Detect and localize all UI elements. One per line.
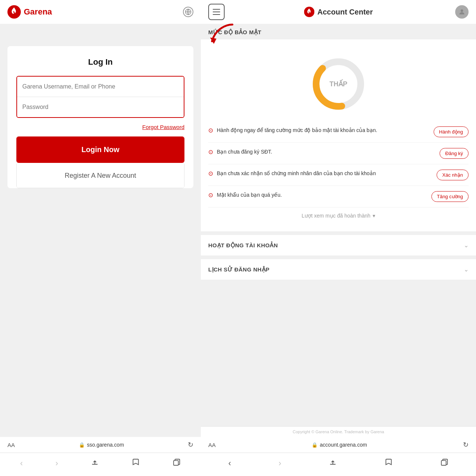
view-more-chevron: ▾ [373,213,375,219]
history-section-title: LỊCH SỬ ĐĂNG NHẬP [208,266,270,273]
copyright-text: Copyright © Garena Online. Trademark by … [293,430,384,434]
left-panel: Garena Log In Forgot Password Login Now … [0,0,201,476]
right-lock-icon: 🔒 [312,442,318,448]
forgot-password-link[interactable]: Forgot Password [142,124,184,130]
left-forward-icon[interactable]: › [52,457,62,470]
security-item-3-left: ⊙ Mật khẩu của bạn quá yếu. [208,191,427,199]
right-bottom-bar: Copyright © Garena Online. Trademark by … [201,426,476,476]
activity-section-title: HOẠT ĐỘNG TÀI KHOẢN [208,242,278,249]
hamburger-line-1 [213,9,220,10]
right-address-bar: AA 🔒 account.garena.com ↻ [201,437,476,453]
security-item-1-text: Bạn chưa đăng ký SĐT. [217,148,435,156]
left-aa-label[interactable]: AA [7,442,15,448]
right-back-icon[interactable]: ‹ [225,457,235,470]
garena-logo-icon [7,5,21,19]
red-arrow-annotation [208,21,238,48]
warning-icon-0: ⊙ [208,127,213,134]
hamburger-line-3 [213,14,220,15]
activity-chevron-icon: ⌄ [464,242,469,249]
copyright-bar: Copyright © Garena Online. Trademark by … [201,426,476,437]
password-input[interactable] [17,97,184,117]
avatar[interactable] [455,5,469,19]
left-back-icon[interactable]: ‹ [16,457,26,470]
section-divider-2 [201,255,476,259]
security-item-1-left: ⊙ Bạn chưa đăng ký SĐT. [208,148,435,156]
security-item-2-left: ⊙ Bạn chưa xác nhận số chứng minh nhân d… [208,170,432,177]
security-item-3: ⊙ Mật khẩu của bạn quá yếu. Tăng cường [208,186,469,208]
left-lock-icon: 🔒 [79,442,85,448]
right-bookmark-icon[interactable] [381,457,396,470]
security-items: ⊙ Hành động ngay để tăng cường mức độ bả… [208,121,469,208]
left-refresh-icon[interactable]: ↻ [188,441,193,449]
register-btn-wrapper: Register A New Account [16,164,184,188]
security-item-0-text: Hành động ngay để tăng cường mức độ bảo … [217,126,429,134]
right-share-icon[interactable] [325,457,341,470]
section-divider-1 [201,231,476,235]
right-nav-bar: ‹ › [201,453,476,476]
username-input[interactable] [17,77,184,97]
right-url-text: account.garena.com [320,442,367,448]
left-url-text: sso.garena.com [87,442,124,448]
donut-container: THẤP [208,47,469,121]
security-action-btn-3[interactable]: Tăng cường [431,191,469,202]
right-forward-icon[interactable]: › [275,457,285,470]
warning-icon-3: ⊙ [208,192,213,199]
security-item-2-text: Bạn chưa xác nhận số chứng minh nhân dân… [217,170,432,177]
svg-point-4 [304,7,315,17]
hamburger-button[interactable] [208,4,225,20]
register-button[interactable]: Register A New Account [17,164,184,188]
donut-label: THẤP [329,80,347,88]
history-section[interactable]: LỊCH SỬ ĐĂNG NHẬP ⌄ [201,259,476,280]
security-item-0: ⊙ Hành động ngay để tăng cường mức độ bả… [208,121,469,143]
left-header: Garena [0,0,201,24]
right-header-title: Account Center [318,8,373,16]
svg-rect-3 [174,460,178,465]
security-item-2: ⊙ Bạn chưa xác nhận số chứng minh nhân d… [208,164,469,186]
right-aa-label[interactable]: AA [208,442,216,448]
left-nav-bar: ‹ › [0,453,201,476]
left-tabs-icon[interactable] [169,457,184,470]
login-button[interactable]: Login Now [17,137,184,162]
security-action-btn-0[interactable]: Hành động [434,126,469,137]
security-item-0-left: ⊙ Hành động ngay để tăng cường mức độ bả… [208,126,429,134]
left-address-bar: AA 🔒 sso.garena.com ↻ [0,437,201,453]
svg-marker-6 [210,38,216,44]
hamburger-line-2 [213,12,220,12]
security-item-3-text: Mật khẩu của bạn quá yếu. [217,191,427,199]
forgot-link-wrapper: Forgot Password [16,124,184,131]
security-action-btn-2[interactable]: Xác nhận [437,170,469,180]
left-bottom-bar: AA 🔒 sso.garena.com ↻ ‹ › [0,437,201,476]
warning-icon-1: ⊙ [208,148,213,155]
left-share-icon[interactable] [87,457,103,470]
right-header: Account Center [201,0,476,24]
login-btn-wrapper: Login Now [16,136,184,163]
logo-area: Garena [7,5,52,19]
right-refresh-icon[interactable]: ↻ [463,441,469,449]
left-url: 🔒 sso.garena.com [79,442,124,448]
right-tabs-icon[interactable] [437,457,452,470]
globe-icon[interactable] [183,7,193,17]
right-header-center: Account Center [304,7,373,17]
svg-point-0 [7,5,21,19]
left-bookmark-icon[interactable] [128,457,144,470]
history-chevron-icon: ⌄ [464,266,469,273]
view-more[interactable]: Lượt xem mục đã hoàn thành ▾ [208,208,469,224]
login-card: Log In Forgot Password Login Now Registe… [7,46,193,188]
security-action-btn-1[interactable]: Đăng ký [440,148,469,159]
right-panel: Account Center MỨC ĐỘ BẢO MẬT [201,0,476,476]
input-group [16,76,184,118]
svg-point-5 [461,9,463,12]
right-garena-icon [304,7,315,17]
garena-logo-text: Garena [24,7,52,17]
security-item-1: ⊙ Bạn chưa đăng ký SĐT. Đăng ký [208,143,469,164]
security-section-header: MỨC ĐỘ BẢO MẬT [201,24,476,39]
warning-icon-2: ⊙ [208,170,213,177]
login-title: Log In [16,57,184,67]
view-more-text: Lượt xem mục đã hoàn thành [302,213,370,219]
activity-section[interactable]: HOẠT ĐỘNG TÀI KHOẢN ⌄ [201,235,476,255]
donut-wrap: THẤP [309,54,368,114]
security-card: THẤP ⊙ Hành động ngay để tăng cường mức … [201,39,476,231]
svg-rect-9 [441,460,446,465]
right-url: 🔒 account.garena.com [312,442,367,448]
